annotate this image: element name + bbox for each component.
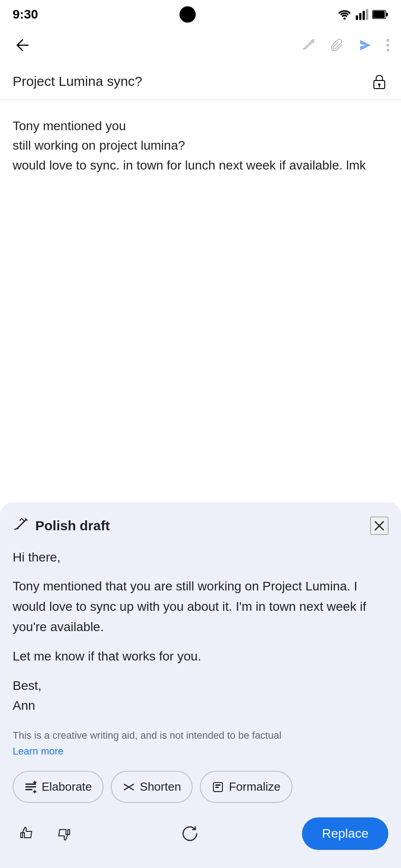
disclaimer-text: This is a creative writing aid, and is n… bbox=[13, 729, 388, 743]
status-bar: 9:30 bbox=[0, 0, 401, 27]
feedback-group bbox=[13, 820, 78, 847]
svg-rect-6 bbox=[373, 11, 385, 18]
replace-button[interactable]: Replace bbox=[302, 817, 388, 850]
status-time: 9:30 bbox=[13, 7, 38, 22]
elaborate-icon bbox=[24, 781, 37, 793]
thumbs-down-button[interactable] bbox=[51, 820, 78, 847]
thumbs-up-button[interactable] bbox=[13, 820, 40, 847]
formalize-label: Formalize bbox=[229, 780, 280, 794]
close-button[interactable] bbox=[370, 517, 388, 535]
formalize-button[interactable]: Formalize bbox=[200, 771, 292, 803]
send-icon[interactable] bbox=[358, 38, 373, 53]
refresh-button[interactable] bbox=[176, 820, 203, 847]
polish-body1: Tony mentioned that you are still workin… bbox=[13, 576, 388, 637]
svg-rect-2 bbox=[359, 13, 361, 20]
svg-rect-18 bbox=[215, 784, 221, 786]
polish-header: Polish draft bbox=[13, 517, 388, 535]
more-icon[interactable] bbox=[386, 38, 390, 53]
polish-closing: Best,Ann bbox=[13, 676, 388, 717]
svg-rect-15 bbox=[25, 786, 36, 788]
polish-panel: Polish draft Hi there, Tony mentioned th… bbox=[0, 502, 401, 868]
svg-rect-1 bbox=[356, 15, 358, 20]
subject-text: Project Lumina sync? bbox=[13, 74, 142, 89]
action-buttons: Elaborate Shorten Formalize bbox=[13, 771, 388, 803]
subject-row: Project Lumina sync? bbox=[0, 63, 401, 100]
edit-icon[interactable] bbox=[302, 38, 317, 53]
toolbar bbox=[0, 27, 401, 63]
svg-rect-16 bbox=[25, 789, 33, 790]
polish-greeting: Hi there, bbox=[13, 547, 388, 568]
svg-rect-4 bbox=[366, 9, 368, 20]
attach-icon[interactable] bbox=[330, 38, 345, 53]
learn-more-link[interactable]: Learn more bbox=[13, 745, 64, 757]
status-icons bbox=[337, 9, 388, 20]
shorten-button[interactable]: Shorten bbox=[111, 771, 193, 803]
svg-point-10 bbox=[387, 49, 389, 52]
svg-point-9 bbox=[387, 44, 389, 47]
formalize-icon bbox=[212, 781, 224, 793]
svg-rect-3 bbox=[363, 11, 365, 20]
battery-icon bbox=[372, 10, 388, 19]
shorten-label: Shorten bbox=[140, 780, 181, 794]
polish-title: Polish draft bbox=[35, 518, 110, 533]
elaborate-label: Elaborate bbox=[42, 780, 92, 794]
back-button[interactable] bbox=[11, 35, 34, 56]
svg-point-8 bbox=[387, 39, 389, 42]
email-body: Tony mentioned you still working on proj… bbox=[0, 100, 401, 193]
polish-icon bbox=[13, 517, 29, 535]
shorten-icon bbox=[123, 781, 135, 793]
polish-title-group: Polish draft bbox=[13, 517, 110, 535]
camera-dot bbox=[179, 6, 196, 23]
polish-content: Hi there, Tony mentioned that you are st… bbox=[13, 547, 388, 717]
svg-point-0 bbox=[343, 18, 345, 20]
email-body-text: Tony mentioned you still working on proj… bbox=[13, 116, 388, 175]
signal-icon bbox=[356, 9, 368, 20]
lock-icon bbox=[370, 72, 388, 90]
svg-rect-19 bbox=[215, 787, 219, 788]
svg-rect-7 bbox=[386, 13, 388, 16]
wifi-icon bbox=[337, 9, 352, 20]
elaborate-button[interactable]: Elaborate bbox=[13, 771, 104, 803]
polish-body2: Let me know if that works for you. bbox=[13, 646, 388, 667]
status-center bbox=[179, 6, 196, 23]
toolbar-actions bbox=[302, 38, 390, 53]
bottom-row: Replace bbox=[13, 817, 388, 850]
